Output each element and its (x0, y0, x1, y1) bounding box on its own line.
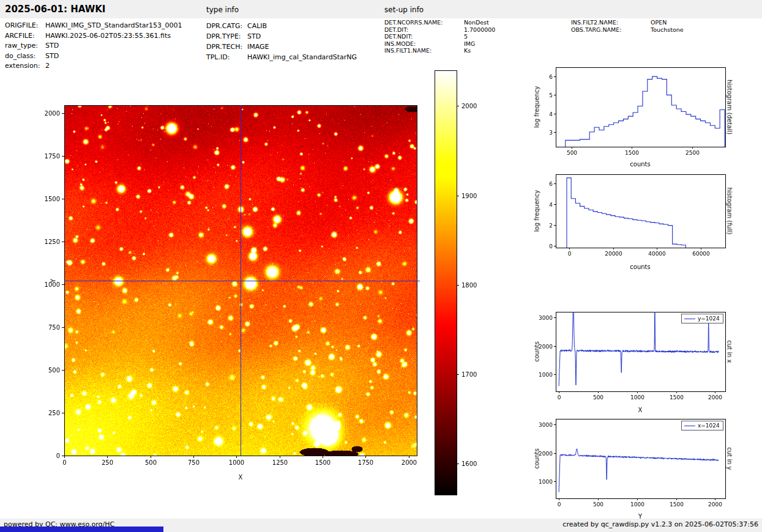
header-bar (0, 0, 762, 18)
metadata-row: INS.FILT1.NAME:Ks (384, 47, 495, 54)
metadata-label: OBS.TARG.NAME: (571, 26, 651, 34)
type-info-heading: type info (206, 6, 239, 14)
cut-in-x-plot (526, 307, 731, 411)
footer-created-by: created by qc_rawdisp.py v1.2.3 on 2025-… (562, 520, 758, 528)
metadata-value: HAWKI_img_cal_StandardStarNG (247, 52, 357, 62)
file-metadata-block: ORIGFILE:HAWKI_IMG_STD_StandardStar153_0… (5, 21, 182, 72)
metadata-row: INS.FILT2.NAME:OPEN (571, 19, 684, 26)
metadata-value: CALIB (247, 21, 267, 31)
setup-info-heading: set-up info (384, 6, 424, 14)
metadata-row: ORIGFILE:HAWKI_IMG_STD_StandardStar153_0… (5, 21, 182, 31)
metadata-value: Touchstone (651, 26, 684, 34)
hist-detail-x-label: counts (630, 161, 650, 168)
metadata-row: DET.NDIT:5 (384, 33, 495, 40)
metadata-label: extension: (5, 61, 45, 72)
metadata-row: extension:2 (5, 61, 182, 72)
metadata-label: INS.MODE: (384, 40, 464, 48)
page-title: 2025-06-01: HAWKI (5, 4, 105, 15)
cut-x-x-label: X (638, 407, 643, 413)
metadata-value: IMG (464, 40, 475, 48)
metadata-value: STD (45, 41, 59, 51)
metadata-label: TPL.ID: (206, 52, 247, 62)
metadata-row: do_class:STD (5, 51, 182, 62)
metadata-row: DET.NCORRS.NAME:NonDest (384, 19, 495, 26)
setup-info-block: DET.NCORRS.NAME:NonDestDET.DIT:1.7000000… (384, 19, 495, 54)
metadata-label: INS.FILT2.NAME: (571, 19, 651, 26)
metadata-label: DPR.TYPE: (206, 31, 247, 42)
metadata-value: 5 (464, 33, 468, 40)
metadata-row: DPR.TECH:IMAGE (206, 42, 357, 52)
cut-y-y-label: counts (534, 448, 540, 468)
hist-detail-title: histogram (detail) (727, 79, 733, 135)
main-y-axis-label: Y (50, 279, 57, 283)
metadata-row: DET.DIT:1.7000000 (384, 26, 495, 34)
metadata-value: 2 (45, 61, 50, 72)
hist-full-y-label: log frequency (534, 190, 540, 232)
metadata-label: raw_type: (5, 41, 45, 51)
metadata-label: DPR.CATG: (206, 21, 247, 31)
histogram-detail-plot (526, 62, 731, 166)
setup-info-block-2: INS.FILT2.NAME:OPENOBS.TARG.NAME:Touchst… (571, 19, 684, 33)
metadata-label: DPR.TECH: (206, 42, 247, 52)
hist-full-x-label: counts (630, 264, 650, 270)
metadata-value: NonDest (464, 19, 489, 26)
metadata-label: INS.FILT1.NAME: (384, 47, 464, 54)
metadata-label: ARCFILE: (5, 31, 45, 42)
metadata-value: STD (247, 31, 261, 42)
metadata-row: DPR.CATG:CALIB (206, 21, 357, 31)
metadata-value: STD (45, 51, 59, 62)
raw-image-plot (37, 95, 435, 478)
main-x-axis-label: X (239, 474, 243, 481)
metadata-label: ORIGFILE: (5, 21, 45, 31)
metadata-row: ARCFILE:HAWKI.2025-06-02T05:23:55.361.fi… (5, 31, 182, 42)
metadata-value: HAWKI.2025-06-02T05:23:55.361.fits (45, 31, 171, 42)
metadata-row: INS.MODE:IMG (384, 40, 495, 48)
metadata-value: HAWKI_IMG_STD_StandardStar153_0001 (45, 21, 182, 31)
metadata-value: IMAGE (247, 42, 269, 52)
footer-accent-bar (0, 526, 163, 532)
cut-in-y-plot (526, 414, 731, 518)
hist-detail-y-label: log frequency (534, 86, 540, 128)
cut-y-title: cut in y (727, 447, 733, 470)
metadata-label: do_class: (5, 51, 45, 62)
metadata-row: OBS.TARG.NAME:Touchstone (571, 26, 684, 34)
metadata-label: DET.DIT: (384, 26, 464, 34)
cut-x-y-label: counts (534, 341, 540, 361)
type-info-block: DPR.CATG:CALIBDPR.TYPE:STDDPR.TECH:IMAGE… (206, 21, 357, 62)
metadata-value: 1.7000000 (464, 26, 495, 34)
metadata-label: DET.NDIT: (384, 33, 464, 40)
metadata-label: DET.NCORRS.NAME: (384, 19, 464, 26)
qc-report-page: 2025-06-01: HAWKI type info set-up info … (0, 0, 762, 532)
metadata-row: DPR.TYPE:STD (206, 31, 357, 42)
colorbar (435, 68, 480, 497)
metadata-row: TPL.ID:HAWKI_img_cal_StandardStarNG (206, 52, 357, 62)
metadata-value: Ks (464, 47, 471, 54)
cut-x-title: cut in x (727, 340, 733, 363)
metadata-row: raw_type:STD (5, 41, 182, 51)
histogram-full-plot (526, 169, 731, 273)
metadata-value: OPEN (651, 19, 667, 26)
hist-full-title: histogram (full) (727, 187, 733, 234)
